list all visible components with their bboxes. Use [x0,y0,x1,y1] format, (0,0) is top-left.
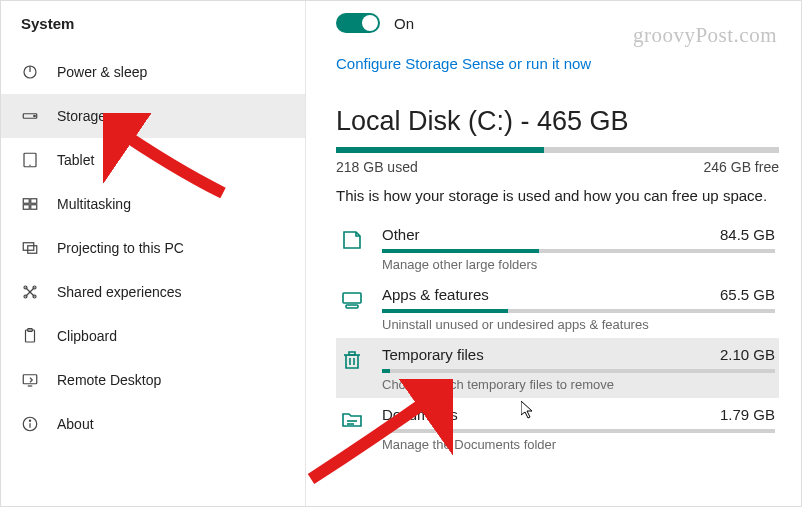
category-name: Documents [382,406,458,423]
svg-point-24 [29,420,30,421]
storage-intro-text: This is how your storage is used and how… [336,187,779,204]
category-temporary-files[interactable]: Temporary files2.10 GBChoose which tempo… [336,338,779,398]
svg-rect-7 [31,199,37,204]
remote-desktop-icon [21,371,39,389]
sidebar-item-about[interactable]: About [1,402,305,446]
svg-rect-6 [23,199,29,204]
sidebar-item-label: Tablet [57,152,94,168]
category-name: Apps & features [382,286,489,303]
category-apps-features[interactable]: Apps & features65.5 GBUninstall unused o… [336,278,779,338]
svg-rect-20 [23,375,37,384]
sidebar-item-label: Multitasking [57,196,131,212]
sidebar-item-label: Power & sleep [57,64,147,80]
category-icon [340,408,364,432]
category-icon [340,288,364,312]
category-name: Temporary files [382,346,484,363]
sidebar-item-label: Clipboard [57,328,117,344]
category-name: Other [382,226,420,243]
sidebar-item-label: About [57,416,94,432]
configure-storage-sense-link[interactable]: Configure Storage Sense or run it now [336,55,779,72]
category-bar [382,309,775,313]
disk-usage-fill [336,147,544,153]
category-icon [340,348,364,372]
sidebar-item-multitasking[interactable]: Multitasking [1,182,305,226]
sidebar-item-power-sleep[interactable]: Power & sleep [1,50,305,94]
category-subtext: Uninstall unused or undesired apps & fea… [382,317,775,332]
projecting-icon [21,239,39,257]
sidebar-title: System [1,15,305,50]
storage-sense-toggle[interactable] [336,13,380,33]
storage-categories: Other84.5 GBManage other large foldersAp… [336,218,779,458]
toggle-state-label: On [394,15,414,32]
sidebar-item-label: Shared experiences [57,284,182,300]
sidebar-item-tablet[interactable]: Tablet [1,138,305,182]
category-bar [382,429,775,433]
disk-heading: Local Disk (C:) - 465 GB [336,106,779,137]
category-subtext: Choose which temporary files to remove [382,377,775,392]
category-icon [340,228,364,252]
sidebar-item-shared-experiences[interactable]: Shared experiences [1,270,305,314]
sidebar-item-projecting[interactable]: Projecting to this PC [1,226,305,270]
category-bar [382,369,775,373]
disk-free-label: 246 GB free [704,159,780,175]
disk-stats: 218 GB used 246 GB free [336,159,779,175]
disk-usage-bar [336,147,779,153]
storage-icon [21,107,39,125]
category-size: 65.5 GB [720,286,775,303]
category-bar [382,249,775,253]
watermark: groovyPost.com [633,23,777,48]
shared-icon [21,283,39,301]
svg-rect-26 [346,305,358,308]
sidebar: System Power & sleep Storage Tablet Mult… [1,1,306,506]
tablet-icon [21,151,39,169]
clipboard-icon [21,327,39,345]
sidebar-item-label: Remote Desktop [57,372,161,388]
category-other[interactable]: Other84.5 GBManage other large folders [336,218,779,278]
power-icon [21,63,39,81]
category-size: 84.5 GB [720,226,775,243]
svg-rect-10 [23,243,34,251]
category-size: 2.10 GB [720,346,775,363]
sidebar-item-label: Projecting to this PC [57,240,184,256]
sidebar-item-label: Storage [57,108,106,124]
category-size: 1.79 GB [720,406,775,423]
sidebar-item-remote-desktop[interactable]: Remote Desktop [1,358,305,402]
sidebar-item-clipboard[interactable]: Clipboard [1,314,305,358]
category-subtext: Manage the Documents folder [382,437,775,452]
svg-point-3 [34,115,36,117]
main-panel: groovyPost.com On Configure Storage Sens… [306,1,801,506]
category-subtext: Manage other large folders [382,257,775,272]
about-icon [21,415,39,433]
multitasking-icon [21,195,39,213]
category-documents[interactable]: Documents1.79 GBManage the Documents fol… [336,398,779,458]
sidebar-item-storage[interactable]: Storage [1,94,305,138]
svg-rect-25 [343,293,361,303]
svg-rect-8 [23,205,29,210]
svg-rect-11 [28,246,37,254]
svg-rect-9 [31,205,37,210]
disk-used-label: 218 GB used [336,159,418,175]
